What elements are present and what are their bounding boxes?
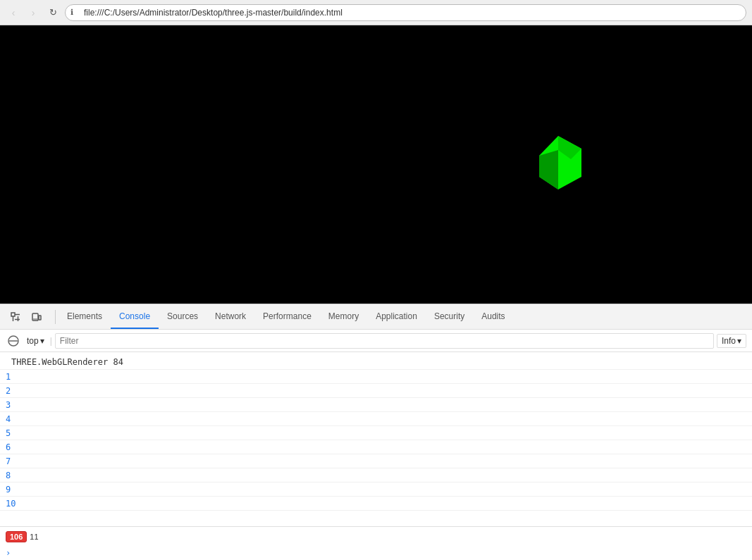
device-toolbar-button[interactable] [27,307,47,327]
element-picker-button[interactable] [6,307,25,327]
forward-button[interactable]: › [25,5,41,20]
list-item: 7 [0,454,752,468]
page-canvas [0,25,752,304]
error-count: 106 [10,533,23,541]
filter-input[interactable] [55,333,714,349]
log-level-label: Info [722,336,736,346]
console-log-line: THREE.WebGLRenderer 84 [0,355,752,370]
svg-marker-2 [539,150,558,189]
list-item: 1 [0,370,752,384]
line-number-9[interactable]: 9 [6,485,20,494]
console-toolbar: top ▾ | Info ▾ [0,330,752,352]
line-number-4[interactable]: 4 [6,414,20,424]
list-item: 5 [0,426,752,440]
log-level-dropdown[interactable]: Info ▾ [717,334,746,348]
line-number-6[interactable]: 6 [6,442,20,452]
console-status-bar: 106 11 [0,526,752,546]
svg-rect-3 [11,313,15,316]
toolbar-separator [55,310,56,324]
line-number-8[interactable]: 8 [6,471,20,480]
list-item: 9 [0,483,752,497]
address-bar[interactable] [65,4,746,21]
error-count-badge[interactable]: 106 [6,531,27,542]
context-dropdown[interactable]: top ▾ [24,335,47,347]
browser-toolbar: ‹ › ↻ ℹ [0,0,752,25]
log-level-chevron: ▾ [737,336,741,346]
line-number-3[interactable]: 3 [6,400,20,410]
list-item: 6 [0,440,752,454]
tab-performance[interactable]: Performance [254,304,320,329]
browser-chrome: ‹ › ↻ ℹ [0,0,752,25]
list-item: 4 [0,412,752,426]
console-caret: › [6,548,11,558]
tab-audits[interactable]: Audits [473,304,513,329]
tab-application[interactable]: Application [367,304,426,329]
console-output: THREE.WebGLRenderer 84 1 2 3 4 5 6 7 8 9 [0,352,752,526]
line-number-2[interactable]: 2 [6,386,20,396]
line-number-5[interactable]: 5 [6,428,20,438]
refresh-button[interactable]: ↻ [45,5,61,20]
toolbar-pipe-separator: | [50,336,52,346]
tab-elements[interactable]: Elements [58,304,111,329]
tab-sources[interactable]: Sources [159,304,207,329]
line-number-7[interactable]: 7 [6,456,20,466]
line-number-1[interactable]: 1 [6,372,20,382]
clear-console-button[interactable] [6,333,21,349]
tab-security[interactable]: Security [426,304,473,329]
list-item: 10 [0,497,752,511]
console-input-row: › [0,546,752,560]
context-label: top [27,336,39,346]
green-3d-shape [532,135,585,201]
list-item: 3 [0,398,752,412]
warning-count: 11 [30,533,38,541]
list-item: 8 [0,468,752,483]
address-bar-wrapper: ℹ [65,4,746,21]
list-item: 2 [0,384,752,398]
devtools-toolbar: Elements Console Sources Network Perform… [0,304,752,330]
devtools-panel: Elements Console Sources Network Perform… [0,304,752,560]
chevron-down-icon: ▾ [40,336,44,346]
tab-memory[interactable]: Memory [320,304,367,329]
svg-rect-9 [39,316,41,320]
console-log-text: THREE.WebGLRenderer 84 [6,356,129,368]
devtools-tabs: Elements Console Sources Network Perform… [58,304,752,329]
devtools-icons [0,307,52,327]
line-number-10[interactable]: 10 [6,499,20,509]
info-icon: ℹ [70,8,73,17]
tab-network[interactable]: Network [207,304,254,329]
back-button[interactable]: ‹ [6,5,21,20]
tab-console[interactable]: Console [111,304,159,329]
